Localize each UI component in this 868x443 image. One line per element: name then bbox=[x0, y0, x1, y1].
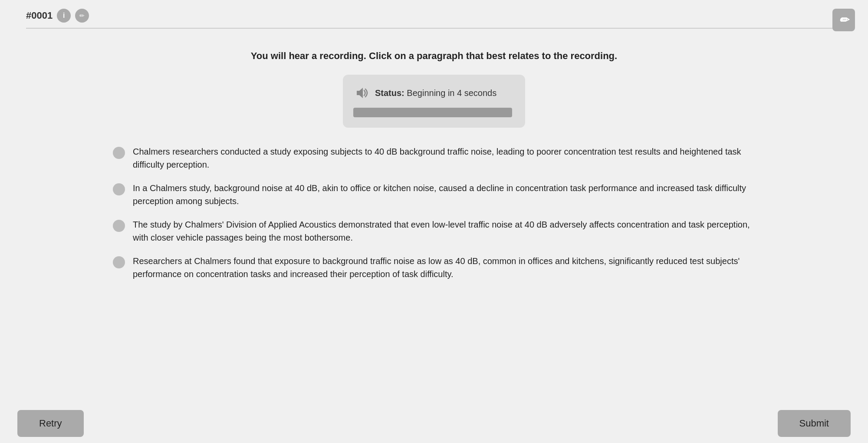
option-row-4[interactable]: Researchers at Chalmers found that expos… bbox=[113, 255, 755, 281]
radio-4[interactable] bbox=[113, 256, 125, 268]
option-row-3[interactable]: The study by Chalmers' Division of Appli… bbox=[113, 218, 755, 244]
audio-player-top: Status: Beginning in 4 seconds bbox=[353, 85, 512, 101]
option-row-2[interactable]: In a Chalmers study, background noise at… bbox=[113, 182, 755, 208]
status-value: Beginning in 4 seconds bbox=[407, 88, 496, 98]
submit-button[interactable]: Submit bbox=[778, 410, 851, 437]
option-text-3: The study by Chalmers' Division of Appli… bbox=[133, 218, 755, 244]
bottom-bar: Retry Submit bbox=[0, 404, 868, 443]
info-icon[interactable]: i bbox=[57, 9, 71, 23]
radio-3[interactable] bbox=[113, 220, 125, 232]
status-line: Status: Beginning in 4 seconds bbox=[375, 88, 496, 98]
header: #0001 i ✏ bbox=[0, 0, 868, 23]
task-id: #0001 bbox=[26, 10, 53, 21]
instruction-text: You will hear a recording. Click on a pa… bbox=[251, 50, 617, 62]
radio-1[interactable] bbox=[113, 147, 125, 159]
audio-player: Status: Beginning in 4 seconds bbox=[343, 75, 525, 128]
progress-bar bbox=[353, 108, 512, 117]
corner-tool-icon[interactable]: ✏ bbox=[832, 9, 855, 31]
retry-button[interactable]: Retry bbox=[17, 410, 84, 437]
option-text-4: Researchers at Chalmers found that expos… bbox=[133, 255, 755, 281]
status-label: Status: bbox=[375, 88, 404, 98]
option-row-1[interactable]: Chalmers researchers conducted a study e… bbox=[113, 145, 755, 171]
option-text-2: In a Chalmers study, background noise at… bbox=[133, 182, 755, 208]
svg-marker-0 bbox=[357, 88, 363, 98]
radio-2[interactable] bbox=[113, 183, 125, 195]
option-text-1: Chalmers researchers conducted a study e… bbox=[133, 145, 755, 171]
main-content: You will hear a recording. Click on a pa… bbox=[0, 29, 868, 281]
answer-options: Chalmers researchers conducted a study e… bbox=[87, 145, 781, 281]
speaker-icon bbox=[353, 85, 369, 101]
edit-icon[interactable]: ✏ bbox=[75, 9, 89, 23]
